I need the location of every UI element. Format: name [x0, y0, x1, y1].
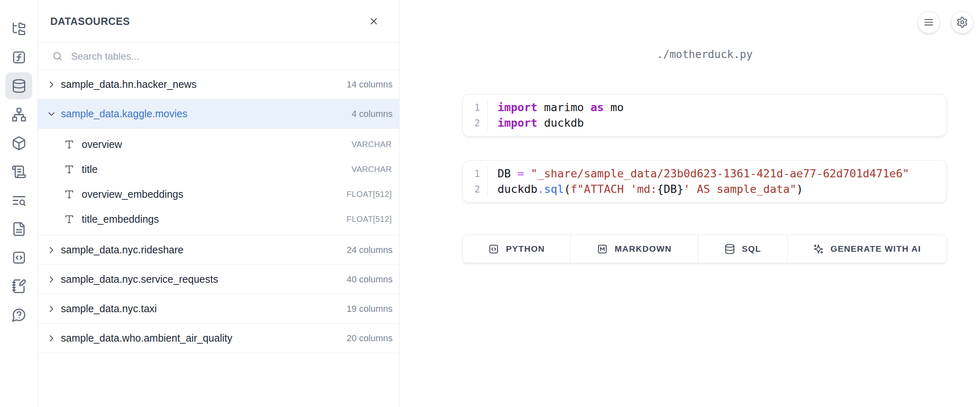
add-cell-button-sql[interactable]: SQL	[698, 235, 787, 263]
column-name: overview	[82, 139, 122, 150]
chevron-right-icon	[46, 333, 57, 344]
table-columns-count: 4 columns	[352, 109, 393, 119]
code-line: 1DB = "_share/sample_data/23b0d623-1361-…	[463, 166, 947, 181]
menu-icon	[923, 16, 935, 28]
add-cell-button-markdown[interactable]: MARKDOWN	[571, 235, 698, 263]
column-row[interactable]: titleVARCHAR	[38, 157, 399, 182]
menu-button[interactable]	[917, 11, 940, 34]
add-cell-button-generate-with-ai[interactable]: GENERATE WITH AI	[788, 235, 947, 263]
table-name: sample_data.nyc.taxi	[61, 303, 157, 315]
activity-bar-item-notebook-pen[interactable]	[5, 273, 32, 300]
scroll-icon	[11, 164, 27, 179]
table-name: sample_data.hn.hacker_news	[61, 78, 196, 90]
activity-bar-item-package[interactable]	[5, 130, 32, 157]
activity-bar-item-scroll[interactable]	[5, 158, 32, 185]
panel-title: DATASOURCES	[50, 16, 130, 27]
column-row[interactable]: overview_embeddingsFLOAT[512]	[38, 182, 399, 207]
activity-bar-item-database[interactable]	[5, 72, 32, 99]
text-search-icon	[11, 193, 27, 208]
code-line: 1import marimo as mo	[463, 100, 947, 115]
table-columns-count: 20 columns	[346, 333, 393, 344]
activity-bar-item-file-text[interactable]	[5, 215, 32, 242]
table-name: sample_data.who.ambient_air_quality	[61, 332, 232, 344]
add-cell-label: PYTHON	[506, 244, 545, 254]
column-row[interactable]: title_embeddingsFLOAT[512]	[38, 207, 399, 232]
code-text[interactable]: import marimo as mo	[487, 100, 947, 115]
folder-tree-icon	[11, 21, 27, 36]
tables-list: sample_data.hn.hacker_news14 columnssamp…	[38, 70, 399, 407]
package-icon	[11, 136, 27, 151]
code-line: 2duckdb.sql(f"ATTACH 'md:{DB}' AS sample…	[463, 181, 947, 197]
help-chat-icon	[11, 307, 27, 322]
chevron-right-icon	[46, 304, 57, 314]
column-row[interactable]: overviewVARCHAR	[38, 132, 399, 157]
table-row[interactable]: sample_data.nyc.rideshare24 columns	[38, 235, 399, 265]
table-row[interactable]: sample_data.hn.hacker_news14 columns	[38, 70, 399, 99]
database-icon	[11, 78, 27, 94]
code-text[interactable]: DB = "_share/sample_data/23b0d623-1361-4…	[487, 166, 947, 181]
table-name: sample_data.nyc.service_requests	[61, 273, 218, 285]
gear-icon	[956, 16, 968, 28]
close-panel-button[interactable]	[366, 14, 381, 29]
type-icon	[64, 214, 74, 224]
network-icon	[11, 107, 27, 122]
activity-bar-item-help-chat[interactable]	[5, 301, 32, 328]
activity-bar	[0, 0, 38, 407]
add-cell-label: SQL	[742, 244, 761, 254]
type-icon	[64, 164, 74, 174]
table-name: sample_data.nyc.rideshare	[61, 244, 183, 256]
activity-bar-item-folder-tree[interactable]	[5, 15, 32, 42]
notebook-pen-icon	[11, 279, 27, 294]
table-columns-count: 14 columns	[346, 79, 393, 90]
search-input[interactable]	[71, 51, 388, 62]
column-type: VARCHAR	[352, 165, 392, 174]
table-row[interactable]: sample_data.who.ambient_air_quality20 co…	[38, 324, 399, 353]
column-type: VARCHAR	[352, 140, 392, 149]
table-name: sample_data.kaggle.movies	[61, 108, 188, 120]
code-cell: 1import marimo as mo2import duckdb	[462, 94, 947, 136]
activity-bar-item-code-square[interactable]	[5, 244, 32, 271]
line-number: 2	[463, 115, 487, 131]
line-number: 1	[463, 100, 487, 115]
datasources-panel: DATASOURCES sample_data.hn.hacker_news14…	[38, 0, 400, 407]
table-row[interactable]: sample_data.nyc.service_requests40 colum…	[38, 265, 399, 294]
top-actions	[917, 11, 973, 34]
notebook-content: ./motherduck.py 1import marimo as mo2imp…	[462, 48, 947, 263]
markdown-icon	[597, 244, 608, 255]
add-cell-button-python[interactable]: PYTHON	[463, 235, 571, 263]
code-text[interactable]: duckdb.sql(f"ATTACH 'md:{DB}' AS sample_…	[487, 181, 947, 197]
add-cell-bar: PYTHONMARKDOWNSQLGENERATE WITH AI	[462, 235, 947, 263]
chevron-right-icon	[46, 79, 57, 90]
column-type: FLOAT[512]	[347, 190, 392, 199]
code-cell: 1DB = "_share/sample_data/23b0d623-1361-…	[462, 160, 947, 203]
database-icon	[724, 244, 735, 255]
activity-bar-item-text-search[interactable]	[5, 187, 32, 214]
settings-button[interactable]	[951, 11, 973, 34]
search-icon	[52, 51, 63, 62]
line-number: 2	[463, 181, 487, 197]
type-icon	[64, 189, 74, 199]
search-row	[38, 43, 399, 70]
activity-bar-item-function-square[interactable]	[5, 44, 32, 71]
table-row[interactable]: sample_data.kaggle.movies4 columns	[38, 99, 399, 129]
datasources-panel-header: DATASOURCES	[38, 0, 399, 43]
column-name: overview_embeddings	[82, 188, 183, 200]
cells-container: 1import marimo as mo2import duckdb1DB = …	[462, 94, 947, 203]
line-number: 1	[463, 166, 487, 181]
code-line: 2import duckdb	[463, 115, 947, 131]
table-row[interactable]: sample_data.nyc.taxi19 columns	[38, 294, 399, 324]
app-window: DATASOURCES sample_data.hn.hacker_news14…	[0, 0, 980, 407]
table-columns-count: 40 columns	[346, 274, 393, 285]
chevron-right-icon	[46, 245, 57, 255]
activity-bar-item-network[interactable]	[5, 101, 32, 128]
table-columns-count: 24 columns	[346, 245, 393, 255]
code-square-icon	[11, 250, 27, 265]
close-icon	[368, 16, 379, 27]
chevron-right-icon	[46, 274, 57, 285]
file-text-icon	[11, 221, 27, 237]
table-columns-group: overviewVARCHARtitleVARCHARoverview_embe…	[38, 129, 399, 235]
code-text[interactable]: import duckdb	[487, 115, 947, 131]
sparkles-icon	[813, 244, 824, 255]
notebook-filename[interactable]: ./motherduck.py	[462, 48, 947, 60]
function-square-icon	[11, 50, 27, 65]
